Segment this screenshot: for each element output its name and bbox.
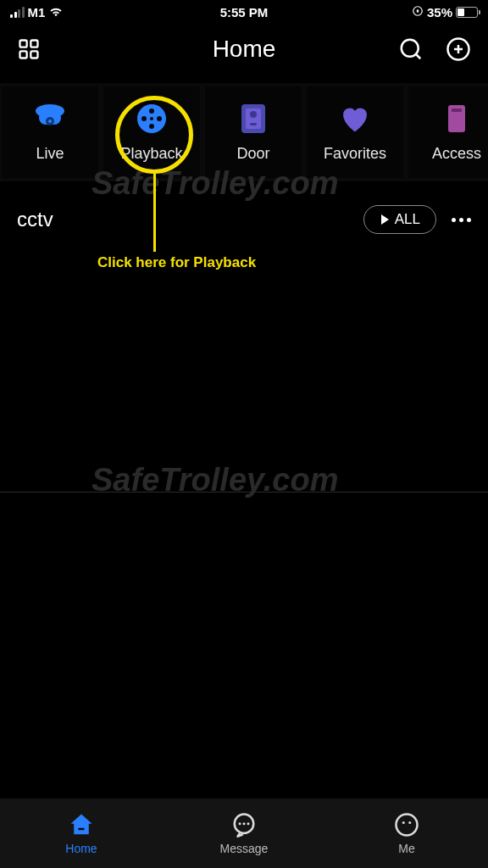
svg-point-19 <box>150 117 153 120</box>
category-label: Door <box>236 145 269 163</box>
category-label: Favorites <box>324 145 386 163</box>
svg-point-28 <box>239 822 241 825</box>
category-favorites[interactable]: Favorites <box>307 86 403 178</box>
svg-rect-1 <box>20 41 27 47</box>
svg-point-13 <box>48 120 52 123</box>
all-label: ALL <box>395 211 420 228</box>
svg-rect-23 <box>250 123 257 125</box>
category-label: Live <box>36 145 64 163</box>
access-icon <box>441 103 473 135</box>
nav-label: Home <box>65 842 97 855</box>
me-icon <box>393 811 420 838</box>
top-nav: Home <box>0 24 488 83</box>
page-title: Home <box>213 36 276 63</box>
carrier-label: M1 <box>28 5 46 19</box>
svg-point-17 <box>157 116 162 121</box>
message-icon <box>230 811 258 838</box>
battery-percentage: 35% <box>427 5 452 19</box>
category-playback[interactable]: Playback <box>103 86 200 178</box>
svg-rect-26 <box>78 828 85 831</box>
svg-line-6 <box>416 54 420 58</box>
nav-message[interactable]: Message <box>163 798 325 868</box>
add-icon[interactable] <box>446 36 471 62</box>
device-row: cctv ALL <box>0 181 488 242</box>
category-live[interactable]: Live <box>2 86 98 178</box>
rotation-lock-icon <box>412 5 424 19</box>
play-all-button[interactable]: ALL <box>363 205 436 234</box>
reel-icon <box>136 103 168 135</box>
svg-point-32 <box>402 821 405 824</box>
status-right: 35% <box>412 5 478 19</box>
door-icon <box>237 103 269 135</box>
svg-point-33 <box>408 821 411 824</box>
nav-me[interactable]: Me <box>325 798 488 868</box>
svg-rect-2 <box>30 41 37 47</box>
nav-label: Message <box>220 842 269 855</box>
svg-rect-3 <box>20 51 27 58</box>
signal-icon <box>10 7 25 18</box>
nav-label: Me <box>398 842 414 855</box>
home-icon <box>68 811 95 838</box>
svg-rect-25 <box>452 108 462 112</box>
category-label: Access <box>432 145 481 163</box>
svg-point-22 <box>250 111 257 118</box>
search-icon[interactable] <box>398 36 424 62</box>
svg-point-18 <box>149 124 154 129</box>
annotation-text: Click here for Playback <box>97 254 256 271</box>
category-door[interactable]: Door <box>205 86 302 178</box>
svg-point-5 <box>402 40 419 57</box>
device-name[interactable]: cctv <box>17 208 363 231</box>
svg-point-31 <box>396 815 418 836</box>
category-label: Playback <box>120 145 182 163</box>
svg-point-30 <box>247 822 250 825</box>
wifi-icon <box>48 3 64 21</box>
bottom-nav: Home Message Me <box>0 798 488 868</box>
camera-icon <box>34 103 66 135</box>
nav-home[interactable]: Home <box>0 798 163 868</box>
grid-icon[interactable] <box>17 37 41 61</box>
more-icon[interactable] <box>452 218 471 222</box>
svg-point-16 <box>141 116 147 121</box>
svg-point-15 <box>149 108 154 114</box>
battery-icon <box>456 7 478 18</box>
watermark: SafeTrolley.com <box>92 462 338 498</box>
status-left: M1 <box>10 3 64 21</box>
category-row: Live Playback Door Favorites Access <box>0 83 488 181</box>
svg-point-29 <box>243 822 246 825</box>
status-bar: M1 5:55 PM 35% <box>0 0 488 24</box>
category-access[interactable]: Access <box>408 86 488 178</box>
divider <box>0 492 488 492</box>
play-icon <box>380 214 390 225</box>
status-time: 5:55 PM <box>220 5 269 19</box>
svg-rect-4 <box>30 51 37 58</box>
heart-icon <box>339 103 371 135</box>
